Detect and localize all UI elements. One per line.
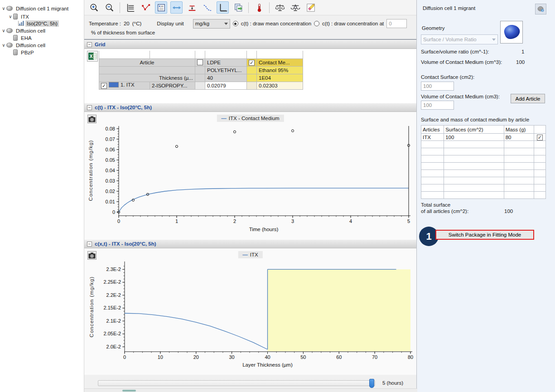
axis-scale-icon[interactable] xyxy=(124,1,136,14)
display-unit-dropdown[interactable]: mg/kg xyxy=(193,19,230,29)
thermometer-icon[interactable] xyxy=(253,1,265,14)
tree-item-pbzp[interactable]: PBzP xyxy=(13,48,35,56)
volume2-input[interactable] xyxy=(421,101,454,110)
geometry-dropdown[interactable]: Surface / Volume Ratio xyxy=(421,34,498,44)
cxt-chart-canvas[interactable]: 010203040506070802.0E-22.05E-22.1E-22.15… xyxy=(84,261,416,371)
tree-item-label[interactable]: Diffusion cell xyxy=(14,42,47,48)
tree-item-eha[interactable]: EHA xyxy=(13,34,33,42)
table-row[interactable] xyxy=(421,184,546,192)
col-articles: Articles xyxy=(423,127,440,132)
cell-sphere-icon xyxy=(6,43,13,48)
cell-info-icon[interactable]: i xyxy=(535,4,546,15)
mean-concentration-label: c(t) : draw mean concentration xyxy=(241,21,311,26)
article-table-caption: Surface and mass of contact medium by ar… xyxy=(421,117,529,122)
tree-item-iso-experiment[interactable]: Iso(20°C, 5h) xyxy=(18,19,59,27)
svg-text:0.02: 0.02 xyxy=(106,189,115,194)
chevron-down-icon[interactable]: ∨ xyxy=(1,28,6,33)
svg-text:3: 3 xyxy=(291,218,294,224)
svg-text:2: 2 xyxy=(233,218,236,224)
series-color-swatch[interactable] xyxy=(109,82,119,87)
fit-width-icon[interactable] xyxy=(170,1,183,14)
svg-text:0.08: 0.08 xyxy=(106,126,115,131)
data-points-icon[interactable] xyxy=(140,1,152,14)
grid-section-body: X Article LDPE Contact Me... POLYETHYL..… xyxy=(84,49,416,103)
zoom-out-icon[interactable] xyxy=(103,1,116,14)
chevron-down-icon[interactable]: ∨ xyxy=(1,43,6,48)
ldpe-concentration-value[interactable]: 0.02079 xyxy=(207,83,226,88)
chevron-down-icon xyxy=(224,23,228,25)
tree-item-diffusion-cell-1[interactable]: ∨ Diffusion cell 1 migrant xyxy=(1,5,70,12)
tree-item-label[interactable]: Iso(20°C, 5h) xyxy=(25,20,59,27)
tree-item-diffusion-cell-3[interactable]: ∨ Diffusion cell xyxy=(1,41,47,49)
svg-text:0: 0 xyxy=(117,218,120,224)
ldpe-column-header[interactable]: LDPE xyxy=(207,60,221,65)
tree-item-label[interactable]: EHA xyxy=(19,35,33,41)
zoom-in-icon[interactable] xyxy=(88,1,100,14)
contact-concentration-value[interactable]: 0.02303 xyxy=(259,83,278,88)
snapshot-camera-icon[interactable] xyxy=(87,251,97,260)
contact-medium-header[interactable]: Contact Me... xyxy=(259,60,290,65)
axes-icon[interactable] xyxy=(217,1,229,14)
depth-percent-input[interactable] xyxy=(386,19,407,28)
tree-item-label[interactable]: Diffusion cell 1 migrant xyxy=(14,5,70,12)
export-excel-button[interactable]: X xyxy=(87,51,98,62)
contact-surface-input[interactable] xyxy=(421,82,454,91)
scrollbar-thumb[interactable] xyxy=(122,390,136,392)
balance-icon[interactable] xyxy=(274,1,286,14)
svg-text:30: 30 xyxy=(229,354,235,360)
table-row[interactable] xyxy=(421,170,546,177)
display-unit-label: Display unit xyxy=(157,21,183,26)
article-icon xyxy=(13,49,18,55)
pencil-eraser-icon[interactable] xyxy=(304,1,317,14)
svg-text:X: X xyxy=(90,54,93,59)
limit-lines-icon[interactable] xyxy=(186,1,198,14)
table-row[interactable] xyxy=(421,177,546,184)
tree-item-diffusion-cell-2[interactable]: ∨ Diffusion cell xyxy=(1,27,47,34)
cell-properties-panel: Diffusion cell 1 migrant i Geometry Surf… xyxy=(417,0,555,392)
tree-item-label[interactable]: PBzP xyxy=(19,49,35,56)
time-slider-track[interactable] xyxy=(98,380,375,386)
table-row[interactable] xyxy=(421,163,546,170)
article-icon xyxy=(13,35,18,41)
svg-text:Concentration (mg/kg): Concentration (mg/kg) xyxy=(89,276,94,338)
time-slider-thumb[interactable] xyxy=(369,379,374,388)
concentration-at-radio[interactable] xyxy=(314,21,319,26)
table-row[interactable]: ITX 100 80 xyxy=(421,134,546,141)
svg-text:0: 0 xyxy=(123,354,126,360)
volume-label: Volume of Contact Medium (cm^3): xyxy=(421,59,502,65)
svg-text:2.0E-2: 2.0E-2 xyxy=(106,344,121,349)
contact-material: Ethanol 95% xyxy=(259,68,288,73)
sv-ratio-label: Surface/volume ratio (cm^-1): xyxy=(421,49,489,54)
collapse-icon[interactable]: − xyxy=(87,242,92,247)
tree-item-label[interactable]: ITX xyxy=(19,14,30,20)
table-row[interactable] xyxy=(421,148,546,155)
switch-fitting-mode-button[interactable]: Switch Package in Fitting Mode xyxy=(435,230,534,240)
table-row[interactable] xyxy=(421,141,546,148)
chevron-down-icon[interactable]: ∨ xyxy=(8,14,13,19)
balance-compare-icon[interactable] xyxy=(289,1,301,14)
contact-medium-checkbox[interactable] xyxy=(249,60,255,66)
collapse-icon[interactable]: − xyxy=(87,105,92,110)
ct-chart-section-header: − c(t) - ITX - Iso(20°C, 5h) xyxy=(84,103,416,112)
tree-item-label[interactable]: Diffusion cell xyxy=(14,28,47,34)
article-surface-table: Articles Surfaces (cm^2) Mass (g) ITX 10… xyxy=(421,125,546,199)
table-row[interactable] xyxy=(421,192,546,199)
svg-text:20: 20 xyxy=(193,354,199,360)
curve-icon[interactable] xyxy=(201,1,213,14)
add-article-button[interactable]: Add Article xyxy=(511,94,545,103)
ldpe-thickness[interactable]: 40 xyxy=(207,75,213,81)
table-row[interactable] xyxy=(421,155,546,163)
svg-text:1: 1 xyxy=(175,218,178,224)
chevron-down-icon[interactable]: ∨ xyxy=(1,6,6,11)
copy-chart-icon[interactable] xyxy=(232,1,244,14)
legend-icon[interactable] xyxy=(155,1,167,14)
ct-chart-canvas[interactable]: 01234500.010.020.030.040.050.060.070.08T… xyxy=(84,122,416,238)
article-enabled-checkbox[interactable] xyxy=(537,135,543,140)
legend-line-swatch: — xyxy=(242,252,248,257)
mean-concentration-radio[interactable] xyxy=(233,21,238,26)
contact-thickness[interactable]: 1E04 xyxy=(259,75,271,81)
migrant-row-checkbox[interactable] xyxy=(101,83,107,89)
collapse-icon[interactable]: − xyxy=(87,42,92,47)
ldpe-column-checkbox[interactable] xyxy=(197,59,203,65)
toolbar-separator xyxy=(269,2,270,13)
